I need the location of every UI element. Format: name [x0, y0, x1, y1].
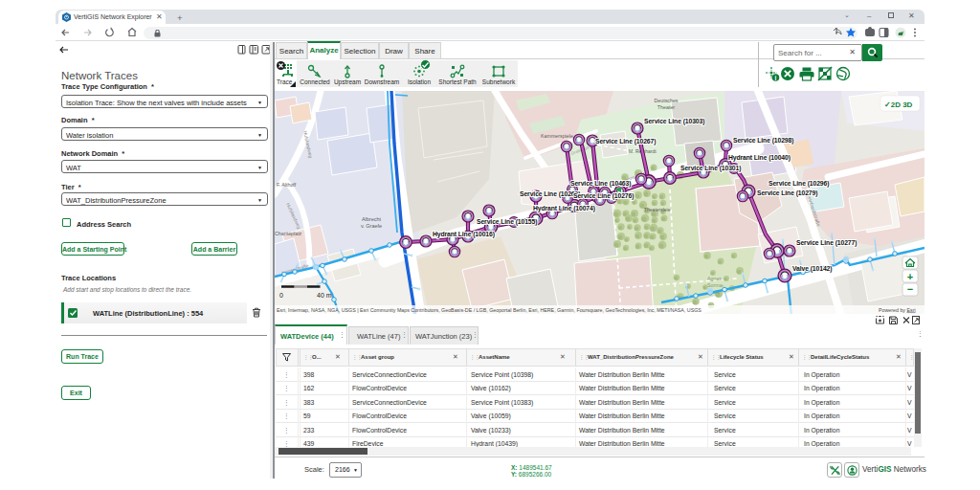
svg-text:Service Line (10298): Service Line (10298) — [733, 137, 793, 145]
svg-text:Service Line (10267): Service Line (10267) — [595, 138, 656, 145]
svg-text:Charitéplatz: Charitéplatz — [275, 231, 302, 236]
svg-text:Hydrant Line (10074): Hydrant Line (10074) — [533, 205, 595, 212]
svg-text:−: − — [907, 283, 913, 295]
svg-text:i: i — [775, 75, 777, 81]
svg-text:Sorma-: Sorma- — [707, 282, 724, 288]
svg-text:Agnes-: Agnes- — [707, 276, 724, 281]
svg-text:✓2D 3D: ✓2D 3D — [884, 100, 913, 109]
svg-text:Deutsches: Deutsches — [654, 98, 678, 103]
svg-text:Albrecht: Albrecht — [362, 216, 382, 222]
svg-text:Service Line (10276): Service Line (10276) — [573, 192, 634, 200]
svg-text:v. Graefe: v. Graefe — [361, 223, 382, 229]
svg-text:Theatersleie: Theatersleie — [644, 207, 671, 212]
svg-text:Service Line (10155): Service Line (10155) — [477, 218, 537, 226]
svg-text:Valve (10142): Valve (10142) — [792, 265, 832, 273]
svg-text:Kammerspiele: Kammerspiele — [541, 133, 573, 139]
svg-text:Service Line (10463): Service Line (10463) — [570, 180, 631, 188]
svg-text:+: + — [907, 271, 913, 282]
svg-text:Service Line (10303): Service Line (10303) — [644, 118, 704, 125]
svg-text:F. Althoff: F. Althoff — [277, 182, 297, 188]
svg-text:Service Line (10269): Service Line (10269) — [520, 190, 580, 198]
svg-text:Service Line (10279): Service Line (10279) — [757, 189, 817, 197]
svg-text:Service Line (10277): Service Line (10277) — [796, 239, 857, 247]
svg-text:Hydrant Line (10016): Hydrant Line (10016) — [433, 231, 495, 238]
svg-text:Service Line (10296): Service Line (10296) — [768, 180, 829, 188]
svg-text:Hydrant Line (10040): Hydrant Line (10040) — [728, 154, 791, 162]
svg-text:Theater: Theater — [657, 104, 675, 110]
svg-text:Esri, Intermap, NASA, NGA, USG: Esri, Intermap, NASA, NGA, USGS | Esri C… — [277, 307, 702, 313]
svg-text:Powered by Esri: Powered by Esri — [879, 307, 916, 313]
svg-text:40 m: 40 m — [317, 292, 332, 299]
svg-text:Service Line (10301): Service Line (10301) — [680, 165, 741, 172]
svg-text:0: 0 — [279, 292, 283, 299]
